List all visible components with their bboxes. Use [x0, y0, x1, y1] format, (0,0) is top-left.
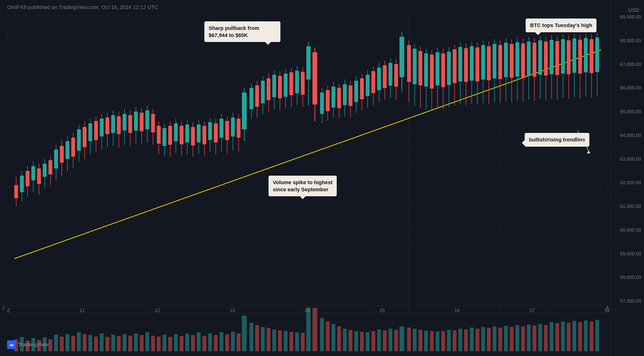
svg-rect-319 — [521, 326, 525, 351]
svg-rect-162 — [400, 37, 404, 77]
svg-rect-198 — [504, 43, 508, 77]
trendline-arrow — [575, 128, 594, 157]
svg-rect-220 — [567, 40, 570, 74]
svg-rect-321 — [532, 326, 536, 351]
svg-rect-277 — [278, 330, 282, 351]
svg-rect-80 — [162, 128, 166, 146]
svg-rect-282 — [306, 307, 310, 351]
z-nav-label[interactable]: Z — [2, 306, 5, 310]
svg-rect-210 — [538, 40, 542, 75]
svg-rect-265 — [208, 334, 212, 351]
svg-rect-303 — [430, 331, 434, 351]
svg-rect-330 — [584, 320, 588, 351]
svg-rect-299 — [407, 328, 411, 351]
svg-rect-172 — [430, 55, 434, 89]
svg-rect-273 — [255, 325, 259, 351]
svg-rect-268 — [225, 334, 229, 351]
svg-rect-297 — [394, 330, 398, 351]
svg-rect-90 — [191, 127, 195, 146]
svg-rect-166 — [413, 49, 416, 84]
svg-rect-315 — [498, 328, 502, 351]
svg-rect-182 — [458, 47, 462, 81]
svg-rect-208 — [532, 43, 536, 77]
svg-rect-52 — [83, 127, 86, 147]
svg-rect-70 — [134, 112, 138, 131]
svg-rect-307 — [453, 330, 456, 351]
svg-rect-254 — [146, 332, 149, 351]
svg-rect-304 — [436, 332, 440, 351]
svg-rect-255 — [151, 336, 155, 351]
time-label-z: Z — [7, 308, 10, 313]
svg-rect-264 — [202, 336, 206, 351]
svg-rect-74 — [146, 110, 149, 129]
price-level-64000: 64,000.00 — [611, 133, 644, 138]
svg-rect-291 — [360, 332, 364, 351]
price-level-67000: 67,000.00 — [611, 62, 644, 67]
svg-rect-258 — [168, 337, 172, 351]
svg-rect-270 — [237, 334, 240, 351]
svg-rect-148 — [360, 78, 364, 99]
tradingview-logo: TradingView — [7, 340, 49, 349]
svg-rect-322 — [538, 324, 542, 351]
svg-rect-102 — [225, 121, 229, 140]
svg-rect-275 — [267, 328, 270, 351]
svg-rect-272 — [250, 323, 253, 351]
svg-rect-42 — [54, 150, 58, 169]
price-level-59000: 59,000.00 — [611, 251, 644, 257]
svg-rect-158 — [388, 63, 392, 86]
svg-rect-216 — [555, 41, 559, 75]
svg-rect-44 — [60, 146, 64, 163]
svg-rect-214 — [550, 40, 554, 74]
annotation-volume: Volume spike to highestsince early Septe… — [268, 176, 337, 196]
svg-rect-144 — [348, 85, 352, 106]
price-level-65000: 65,000.00 — [611, 109, 644, 114]
svg-rect-88 — [185, 125, 189, 142]
svg-rect-184 — [464, 48, 468, 82]
time-label-14: 14 — [304, 308, 310, 313]
svg-rect-287 — [337, 326, 341, 351]
svg-rect-212 — [544, 41, 548, 75]
svg-rect-38 — [43, 164, 46, 177]
a-nav-label[interactable]: A — [606, 306, 609, 310]
svg-rect-239 — [60, 337, 64, 351]
svg-rect-310 — [470, 328, 474, 351]
svg-rect-243 — [83, 334, 86, 351]
svg-rect-156 — [383, 65, 387, 88]
svg-rect-188 — [476, 47, 479, 81]
svg-rect-326 — [561, 322, 565, 351]
svg-rect-72 — [140, 113, 144, 131]
time-label-16: 16 — [454, 308, 460, 313]
svg-rect-305 — [441, 331, 445, 351]
svg-rect-309 — [464, 330, 468, 351]
svg-rect-82 — [168, 126, 172, 145]
svg-rect-122 — [284, 74, 288, 97]
svg-rect-329 — [578, 322, 582, 351]
svg-rect-331 — [590, 322, 594, 351]
price-level-61000: 61,000.00 — [611, 204, 644, 209]
svg-rect-60 — [106, 118, 109, 134]
svg-rect-164 — [407, 45, 411, 82]
price-level-62000: 62,000.00 — [611, 180, 644, 185]
svg-rect-294 — [377, 330, 381, 351]
svg-rect-308 — [458, 329, 462, 351]
svg-rect-46 — [66, 141, 70, 159]
svg-rect-292 — [366, 332, 370, 351]
svg-rect-245 — [94, 337, 98, 351]
svg-rect-228 — [590, 39, 594, 73]
svg-line-334 — [578, 131, 589, 152]
svg-rect-170 — [424, 53, 428, 87]
svg-rect-252 — [134, 334, 138, 351]
svg-rect-152 — [372, 71, 375, 93]
svg-rect-126 — [295, 71, 299, 93]
price-level-58000: 58,000.00 — [611, 275, 644, 280]
chart-container: OmiFX8 published on TradingView.com, Oct… — [0, 0, 644, 356]
svg-rect-251 — [128, 336, 132, 351]
svg-rect-40 — [48, 160, 52, 175]
svg-rect-196 — [498, 45, 502, 79]
svg-rect-318 — [516, 325, 519, 351]
svg-rect-246 — [100, 334, 104, 351]
svg-rect-276 — [272, 330, 276, 351]
tv-icon — [7, 340, 16, 349]
svg-rect-259 — [174, 334, 178, 351]
svg-rect-316 — [504, 326, 508, 351]
